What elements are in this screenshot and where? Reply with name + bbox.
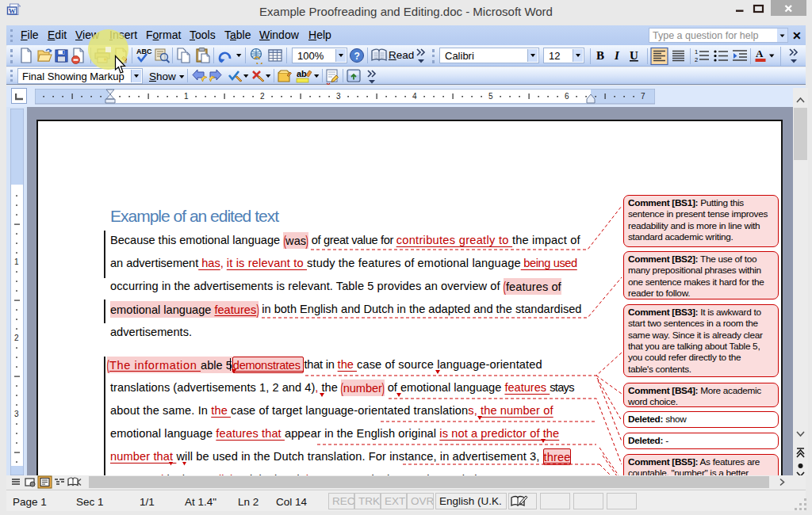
svg-text:3: 3 xyxy=(336,92,341,101)
svg-text:2: 2 xyxy=(260,92,265,101)
svg-text:U: U xyxy=(630,49,638,62)
svg-text:?: ? xyxy=(354,51,360,62)
svg-text:B: B xyxy=(596,49,604,62)
svg-text:4: 4 xyxy=(412,92,417,101)
svg-text:ABC: ABC xyxy=(136,48,152,55)
svg-text:7: 7 xyxy=(641,92,645,101)
svg-text:W: W xyxy=(9,7,16,15)
svg-text:ab: ab xyxy=(297,69,307,78)
svg-text:I: I xyxy=(614,49,620,62)
svg-text:1: 1 xyxy=(695,48,698,55)
svg-text:1: 1 xyxy=(184,92,189,101)
svg-text:5: 5 xyxy=(488,92,493,101)
svg-text:6: 6 xyxy=(565,92,569,101)
svg-text:A: A xyxy=(756,48,764,59)
svg-text:2: 2 xyxy=(695,56,698,63)
